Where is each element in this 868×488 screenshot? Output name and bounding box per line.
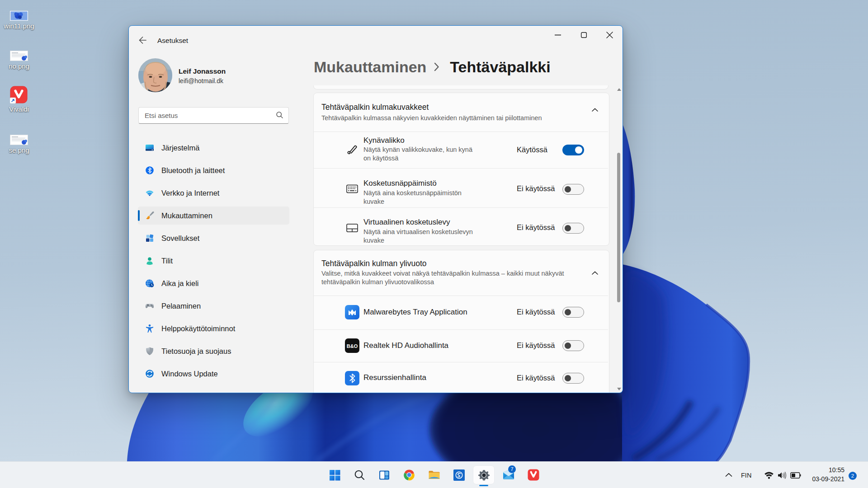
svg-text:B&O: B&O	[347, 343, 358, 349]
